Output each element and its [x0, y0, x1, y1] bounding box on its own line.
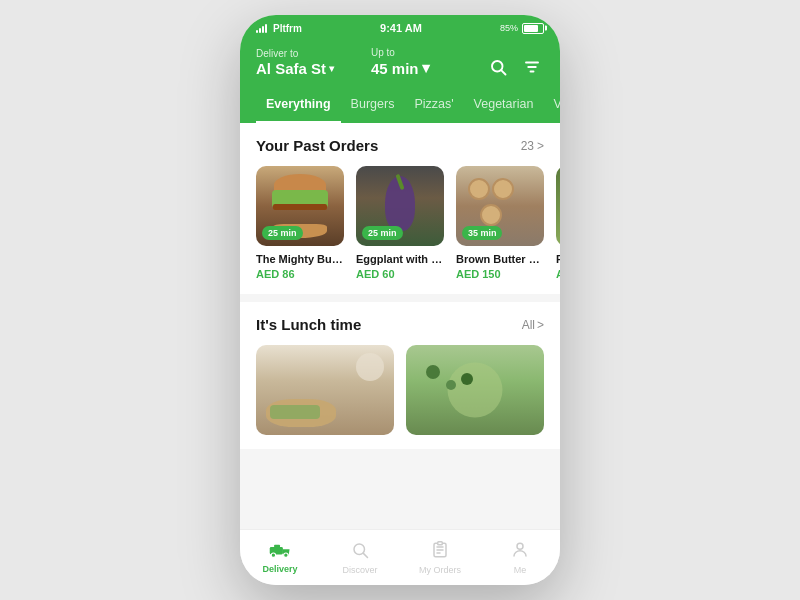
ro-price: AE..	[556, 268, 560, 280]
my-orders-label: My Orders	[419, 565, 461, 575]
eggplant-image: 25 min	[356, 166, 444, 246]
past-orders-title: Your Past Orders	[256, 137, 378, 154]
lunch-header: It's Lunch time All >	[240, 316, 560, 333]
nav-delivery[interactable]: Delivery	[240, 530, 320, 585]
past-orders-count[interactable]: 23 >	[521, 139, 544, 153]
delivery-info[interactable]: Deliver to Al Safa St ▾	[256, 48, 371, 77]
status-bar: Pltfrm 9:41 AM 85%	[240, 15, 560, 39]
delivery-label: Delivery	[262, 564, 297, 574]
signal-icon	[256, 23, 267, 33]
time-chevron: ▾	[422, 59, 430, 77]
bottom-nav: Delivery Discover My Orde	[240, 529, 560, 585]
nav-me[interactable]: Me	[480, 530, 560, 585]
food-card-burger[interactable]: 25 min The Mighty Burger AED 86	[256, 166, 344, 280]
address-chevron: ▾	[329, 63, 334, 74]
time-badge-eggplant: 25 min	[362, 226, 403, 240]
time-text: 9:41 AM	[380, 22, 422, 34]
burger-price: AED 86	[256, 268, 344, 280]
scallops-name: Brown Butter Scallops..	[456, 252, 544, 266]
deliver-address[interactable]: Al Safa St ▾	[256, 60, 371, 77]
battery-percent: 85%	[500, 23, 518, 33]
lunch-card-1[interactable]	[256, 345, 394, 435]
eggplant-name: Eggplant with Sunflower ..	[356, 252, 444, 266]
past-orders-list: 25 min The Mighty Burger AED 86 25 min E…	[240, 166, 560, 280]
battery-icon	[522, 23, 544, 34]
nav-my-orders[interactable]: My Orders	[400, 530, 480, 585]
filter-button[interactable]	[520, 55, 544, 79]
time-info[interactable]: Up to 45 min ▾	[371, 47, 486, 77]
svg-rect-15	[438, 541, 443, 544]
lunch-image-2	[406, 345, 544, 435]
lunch-section: It's Lunch time All >	[240, 302, 560, 449]
header: Deliver to Al Safa St ▾ Up to 45 min ▾	[240, 39, 560, 89]
scallops-price: AED 150	[456, 268, 544, 280]
eggplant-price: AED 60	[356, 268, 444, 280]
me-icon	[511, 541, 529, 563]
phone-container: Pltfrm 9:41 AM 85% Deliver to Al Safa St…	[240, 15, 560, 585]
discover-label: Discover	[342, 565, 377, 575]
food-card-eggplant[interactable]: 25 min Eggplant with Sunflower .. AED 60	[356, 166, 444, 280]
me-label: Me	[514, 565, 527, 575]
scallops-image: 35 min	[456, 166, 544, 246]
status-right: 85%	[500, 23, 544, 34]
lunch-all[interactable]: All >	[522, 318, 544, 332]
search-button[interactable]	[486, 55, 510, 79]
delivery-icon	[269, 542, 291, 562]
burger-name: The Mighty Burger	[256, 252, 344, 266]
nav-discover[interactable]: Discover	[320, 530, 400, 585]
burger-image: 25 min	[256, 166, 344, 246]
tab-vegetar2[interactable]: Vegetar	[543, 89, 560, 123]
svg-point-16	[517, 543, 523, 549]
main-content: Your Past Orders 23 > 25 min The	[240, 123, 560, 529]
up-to-label: Up to	[371, 47, 486, 58]
svg-point-7	[284, 552, 288, 556]
lunch-card-2[interactable]	[406, 345, 544, 435]
discover-icon	[351, 541, 369, 563]
category-tabs: Everything Burgers Pizzas' Vegetarian Ve…	[240, 89, 560, 123]
ro-name: Ro.. Ga..	[556, 252, 560, 266]
ro-image: 25 min	[556, 166, 560, 246]
tab-everything[interactable]: Everything	[256, 89, 341, 123]
svg-point-6	[271, 552, 275, 556]
past-orders-section: Your Past Orders 23 > 25 min The	[240, 123, 560, 294]
time-value[interactable]: 45 min ▾	[371, 59, 486, 77]
tab-burgers[interactable]: Burgers	[341, 89, 405, 123]
food-card-ro[interactable]: 25 min Ro.. Ga.. AE..	[556, 166, 560, 280]
lunch-image-1	[256, 345, 394, 435]
past-orders-header: Your Past Orders 23 >	[240, 137, 560, 154]
deliver-label: Deliver to	[256, 48, 371, 59]
lunch-list	[240, 345, 560, 435]
status-left: Pltfrm	[256, 23, 302, 34]
lunch-title: It's Lunch time	[256, 316, 361, 333]
svg-line-10	[363, 553, 367, 557]
time-badge-scallops: 35 min	[462, 226, 503, 240]
svg-rect-8	[274, 544, 280, 548]
my-orders-icon	[431, 541, 449, 563]
tab-pizzas[interactable]: Pizzas'	[404, 89, 463, 123]
svg-line-1	[501, 70, 505, 74]
carrier-text: Pltfrm	[273, 23, 302, 34]
tab-vegetarian[interactable]: Vegetarian	[464, 89, 544, 123]
time-badge-burger: 25 min	[262, 226, 303, 240]
food-card-scallops[interactable]: 35 min Brown Butter Scallops.. AED 150	[456, 166, 544, 280]
header-actions	[486, 45, 544, 79]
